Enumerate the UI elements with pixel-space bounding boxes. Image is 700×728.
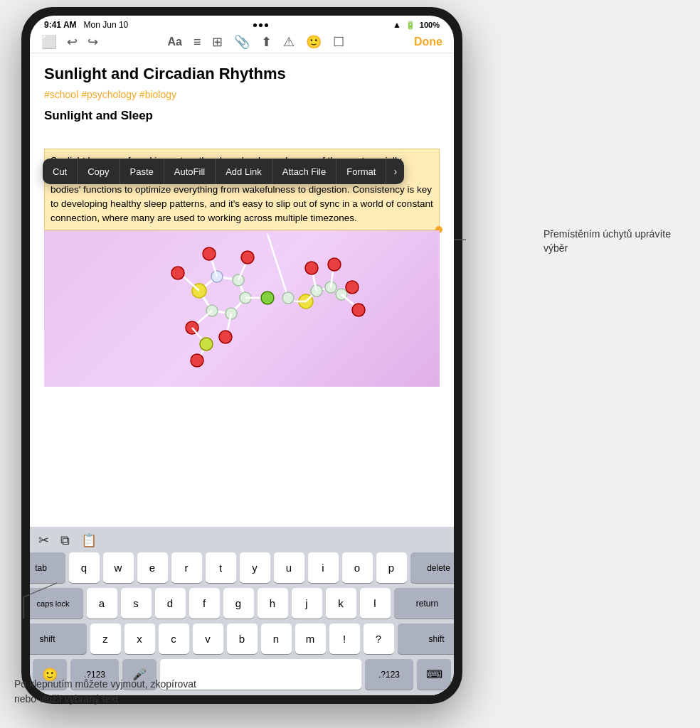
emoji-icon[interactable]: 🙂 [306,34,322,50]
key-question[interactable]: ? [364,623,394,654]
svg-point-17 [241,251,254,264]
key-v[interactable]: v [193,623,223,654]
key-n[interactable]: n [261,623,292,654]
key-s[interactable]: s [121,588,152,619]
key-j[interactable]: j [292,588,322,619]
dot-3 [265,23,268,27]
key-t[interactable]: t [206,552,236,583]
ipad-screen: 9:41 AM Mon Jun 10 ▲ 🔋 100% ⬜ ↩ ↪ Aa [30,16,454,695]
done-button[interactable]: Done [414,36,442,48]
svg-point-19 [219,331,232,343]
key-capslock[interactable]: caps lock [30,588,83,619]
table-icon[interactable]: ⊞ [212,34,223,50]
copy-button[interactable]: Copy [78,159,120,184]
key-tab[interactable]: tab [30,552,65,583]
key-k[interactable]: k [326,588,356,619]
key-return[interactable]: return [394,588,455,619]
add-link-button[interactable]: Add Link [216,159,272,184]
pin-icon[interactable]: ⚠ [283,34,295,50]
context-menu: Cut Copy Paste AutoFill Add Link Attach … [43,159,404,184]
undo-icon[interactable]: ↩ [67,34,78,50]
format-button[interactable]: Format [336,159,386,184]
svg-point-23 [261,291,274,304]
key-keyboard[interactable]: ⌨ [417,659,451,690]
share-icon[interactable]: ⬆ [261,34,272,50]
wifi-icon: ▲ [393,20,401,30]
paste-button[interactable]: Paste [120,159,164,184]
row-3: shift z x c v b n m ! ? shift [33,623,451,654]
key-delete[interactable]: delete [410,552,455,583]
left-ring [171,247,274,343]
key-p[interactable]: p [376,552,407,583]
key-o[interactable]: o [342,552,373,583]
key-r[interactable]: r [171,552,202,583]
more-button[interactable]: › [386,159,404,184]
molecule-svg [107,234,377,383]
key-f[interactable]: f [189,588,220,619]
svg-point-36 [346,281,359,294]
svg-line-20 [198,311,212,323]
checkbox-icon[interactable]: ☐ [333,34,344,50]
key-g[interactable]: g [223,588,254,619]
autofill-button[interactable]: AutoFill [164,159,216,184]
key-b[interactable]: b [227,623,258,654]
key-shift-right[interactable]: shift [398,623,455,654]
redo-icon[interactable]: ↪ [88,34,98,50]
svg-point-15 [203,247,216,260]
sidebar-icon[interactable]: ⬜ [41,34,57,50]
keyboard-area: ✂ ⧉ 📋 tab q w e r t y u i o p [30,527,454,695]
toolbar-left: ⬜ ↩ ↪ [41,34,98,50]
keyboard-toolbar: ✂ ⧉ 📋 [33,530,451,552]
toolbar-center: Aa ≡ ⊞ 📎 ⬆ ⚠ 🙂 ☐ [168,34,345,50]
note-content: Sunlight and Circadian Rhythms #school #… [30,53,454,527]
annotation-right: Přemístěním úchytů uprávíte výběr [543,228,686,255]
ipad-frame: 9:41 AM Mon Jun 10 ▲ 🔋 100% ⬜ ↩ ↪ Aa [21,7,462,704]
svg-point-40 [328,258,341,271]
key-e[interactable]: e [137,552,168,583]
svg-line-25 [267,234,288,298]
note-subtitle: Sunlight and Sleep [44,109,440,123]
key-shift-left[interactable]: shift [30,623,87,654]
status-dots [253,23,268,27]
key-u[interactable]: u [274,552,304,583]
key-a[interactable]: a [87,588,117,619]
key-i[interactable]: i [308,552,339,583]
annotation-bottom-text: Po klepnutím můžete vyjmout, zkopírovat … [14,678,196,705]
svg-point-38 [305,262,318,274]
status-left: 9:41 AM Mon Jun 10 [44,20,128,30]
key-d[interactable]: d [155,588,186,619]
key-exclaim[interactable]: ! [329,623,360,654]
key-y[interactable]: y [240,552,270,583]
status-bar: 9:41 AM Mon Jun 10 ▲ 🔋 100% [30,16,454,31]
key-m[interactable]: m [295,623,326,654]
svg-point-32 [282,292,294,304]
attach-file-button[interactable]: Attach File [272,159,336,184]
svg-point-42 [352,304,365,316]
annotation-right-text: Přemístěním úchytů uprávíte výběr [543,228,671,254]
key-c[interactable]: c [159,623,189,654]
svg-point-46 [191,354,203,367]
battery-level: 100% [420,21,440,29]
key-w[interactable]: w [103,552,134,583]
font-icon[interactable]: Aa [168,36,182,48]
key-x[interactable]: x [124,623,155,654]
scissors-icon[interactable]: ✂ [38,532,49,548]
key-q[interactable]: q [69,552,100,583]
right-chain [267,234,365,316]
cut-button[interactable]: Cut [43,159,78,184]
status-day: Mon Jun 10 [84,20,129,30]
attach-icon[interactable]: 📎 [234,34,250,50]
row-2: caps lock a s d f g h j k l return [33,588,451,619]
key-z[interactable]: z [90,623,121,654]
note-tags: #school #psychology #biology [44,89,440,100]
dot-2 [259,23,262,27]
key-h[interactable]: h [258,588,288,619]
svg-point-45 [200,338,213,350]
list-icon[interactable]: ≡ [193,35,201,50]
key-l[interactable]: l [360,588,391,619]
status-time: 9:41 AM [44,20,77,30]
copy-icon[interactable]: ⧉ [60,533,70,548]
key-numeric-right[interactable]: .?123 [365,659,413,690]
paste-icon[interactable]: 📋 [81,532,97,548]
note-title: Sunlight and Circadian Rhythms [44,65,440,83]
